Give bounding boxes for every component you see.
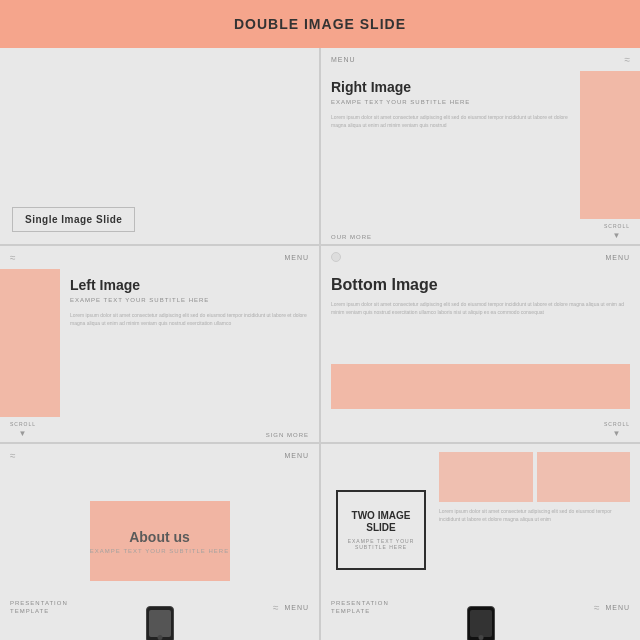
slide4-dot [331, 252, 341, 262]
slide6-img-1 [439, 452, 533, 502]
phone-home-left [157, 635, 162, 640]
phone-device-right [467, 606, 495, 640]
slide3-footer: SCROLL ▼ SIGN MORE [0, 417, 319, 442]
slide3-content: Left Image EXAMPE TEXT YOUR SUBTITLE HER… [0, 269, 319, 417]
slide4-scroll-arrow: ▼ [613, 429, 622, 438]
slide5-nav: ≈ MENU [0, 444, 319, 467]
bottom-right-label-line2: TEMPLATE [331, 608, 370, 614]
slide6-img-2 [537, 452, 631, 502]
bottom-panel-right: PRESENTATION TEMPLATE ≈ MENU [321, 596, 640, 640]
slide4-content: Bottom Image Lorem ipsum dolor sit amet … [321, 268, 640, 364]
slide6-box-subtitle: EXAMPE TEXT YOUR SUBTITLE HERE [344, 538, 418, 550]
slide3-scroll-label: SCROLL [10, 421, 36, 427]
slide4-nav: MENU [321, 246, 640, 268]
slide2-scroll: SCROLL ▼ [604, 223, 630, 240]
slide4-scroll: SCROLL ▼ [604, 421, 630, 438]
slide3-subtitle: EXAMPE TEXT YOUR SUBTITLE HERE [70, 297, 309, 303]
slide4-scroll-label: SCROLL [604, 421, 630, 427]
single-image-label: Single Image Slide [12, 207, 135, 232]
slide5-wave-icon: ≈ [10, 450, 16, 461]
slide4-image [331, 364, 630, 409]
slide-left-image: ≈ MENU Left Image EXAMPE TEXT YOUR SUBTI… [0, 246, 319, 442]
slide-single-image: Single Image Slide [0, 48, 319, 244]
slide3-menu-text: MENU [284, 254, 309, 261]
slide2-footer: OUR MORE SCROLL ▼ [321, 219, 640, 244]
slide-bottom-image: MENU Bottom Image Lorem ipsum dolor sit … [321, 246, 640, 442]
slide6-content: TWO IMAGE SLIDE EXAMPE TEXT YOUR SUBTITL… [321, 444, 640, 615]
bottom-panel-left: PRESENTATION TEMPLATE ≈ MENU [0, 596, 319, 640]
slide-grid: Single Image Slide MENU ≈ Right Image EX… [0, 48, 640, 640]
phone-screen-left [149, 610, 171, 637]
slide6-right: Lorem ipsum dolor sit amet consectetur a… [439, 452, 630, 607]
slide2-image [580, 71, 640, 219]
slide5-menu-text: MENU [284, 452, 309, 459]
slide2-body: Lorem ipsum dolor sit amet consectetur a… [331, 113, 570, 129]
slide6-body: Lorem ipsum dolor sit amet consectetur a… [439, 508, 630, 523]
slide2-text: Right Image EXAMPE TEXT YOUR SUBTITLE HE… [321, 71, 580, 219]
bottom-row: PRESENTATION TEMPLATE ≈ MENU PRESENTATIO… [0, 596, 640, 640]
slide5-box: About us EXAMPE TEXT YOUR SUBTITLE HERE [90, 501, 230, 581]
slide2-scroll-label: SCROLL [604, 223, 630, 229]
slide3-body: Lorem ipsum dolor sit amet consectetur a… [70, 311, 309, 327]
slide3-text: Left Image EXAMPE TEXT YOUR SUBTITLE HER… [60, 269, 319, 417]
slide4-footer: SCROLL ▼ [321, 417, 640, 442]
phone-screen-right [470, 610, 492, 637]
slide5-subtitle: EXAMPE TEXT YOUR SUBTITLE HERE [90, 548, 229, 554]
slide5-title: About us [129, 529, 190, 545]
slide6-box-title: TWO IMAGE SLIDE [344, 510, 418, 534]
slide2-wave-icon: ≈ [625, 54, 631, 65]
header-bar: Double Image Slide [0, 0, 640, 48]
slide3-scroll-arrow: ▼ [19, 429, 28, 438]
slide3-link[interactable]: SIGN MORE [266, 432, 309, 438]
slide2-nav: MENU ≈ [321, 48, 640, 71]
slide2-link[interactable]: OUR MORE [331, 234, 372, 240]
slide2-subtitle: EXAMPE TEXT YOUR SUBTITLE HERE [331, 99, 570, 105]
slide2-menu-text: MENU [331, 56, 356, 63]
slide6-left: TWO IMAGE SLIDE EXAMPE TEXT YOUR SUBTITL… [331, 452, 431, 607]
slide2-scroll-arrow: ▼ [613, 231, 622, 240]
slide2-title: Right Image [331, 79, 570, 95]
slide6-images [439, 452, 630, 502]
bottom-left-menu: MENU [284, 604, 309, 611]
bottom-right-label: PRESENTATION TEMPLATE [331, 600, 389, 616]
slide3-scroll: SCROLL ▼ [10, 421, 36, 438]
slide4-body: Lorem ipsum dolor sit amet consectetur a… [331, 300, 630, 316]
bottom-left-label-line2: TEMPLATE [10, 608, 49, 614]
slide4-menu-text: MENU [605, 254, 630, 261]
bottom-left-label: PRESENTATION TEMPLATE [10, 600, 68, 616]
bottom-right-label-line1: PRESENTATION [331, 600, 389, 606]
slide5-content: About us EXAMPE TEXT YOUR SUBTITLE HERE [0, 467, 319, 615]
slide3-image [0, 269, 60, 417]
phone-home-right [478, 635, 483, 640]
slide3-title: Left Image [70, 277, 309, 293]
bottom-right-menu: MENU [605, 604, 630, 611]
bottom-left-label-line1: PRESENTATION [10, 600, 68, 606]
header-title: Double Image Slide [234, 16, 406, 32]
phone-device-left [146, 606, 174, 640]
slide3-nav: ≈ MENU [0, 246, 319, 269]
bottom-right-wave: ≈ [594, 602, 600, 613]
slide4-title: Bottom Image [331, 276, 630, 294]
slide-right-image: MENU ≈ Right Image EXAMPE TEXT YOUR SUBT… [321, 48, 640, 244]
slide3-wave-icon: ≈ [10, 252, 16, 263]
slide2-content: Right Image EXAMPE TEXT YOUR SUBTITLE HE… [321, 71, 640, 219]
slide6-box: TWO IMAGE SLIDE EXAMPE TEXT YOUR SUBTITL… [336, 490, 426, 570]
bottom-left-wave: ≈ [273, 602, 279, 613]
